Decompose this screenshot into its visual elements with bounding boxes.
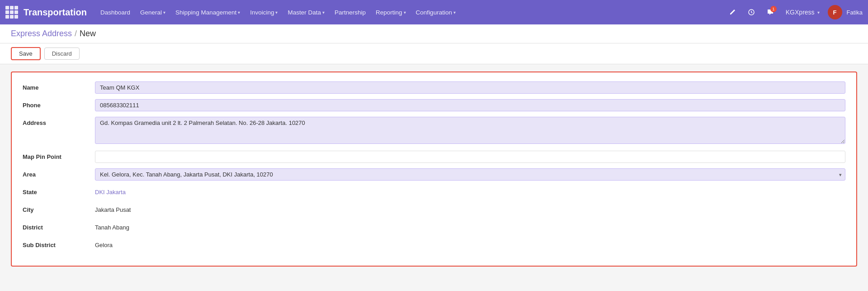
field-city-row: City Jakarta Pusat (23, 204, 845, 216)
nav-master-data[interactable]: Master Data ▾ (283, 6, 329, 19)
phone-field (95, 99, 845, 111)
breadcrumb: Express Address / New (0, 24, 868, 43)
nav-invoicing[interactable]: Invoicing ▾ (245, 6, 282, 19)
district-field: Tanah Abang (95, 221, 845, 234)
nav-reporting[interactable]: Reporting ▾ (371, 6, 410, 19)
apps-icon[interactable] (5, 6, 18, 19)
address-field: Gd. Kompas Gramedia unit 2 lt. 2 Palmera… (95, 117, 845, 145)
area-input[interactable] (95, 168, 845, 181)
field-area-row: Area ▾ (23, 168, 845, 181)
toolbar: Save Discard (0, 43, 868, 64)
subdistrict-label: Sub District (23, 239, 95, 248)
area-label: Area (23, 168, 95, 178)
nav-configuration[interactable]: Configuration ▾ (411, 6, 460, 19)
mappin-field (95, 151, 845, 163)
nav-shipping-management[interactable]: Shipping Management ▾ (171, 6, 245, 19)
avatar[interactable]: F (828, 5, 842, 19)
edit-icon[interactable] (725, 5, 740, 19)
chat-icon[interactable]: 1 (763, 5, 778, 19)
clock-icon[interactable] (744, 5, 759, 19)
state-value[interactable]: DKI Jakarta (95, 186, 845, 198)
breadcrumb-separator: / (75, 29, 77, 38)
state-label: State (23, 186, 95, 196)
username: KGXpress (786, 9, 815, 16)
field-district-row: District Tanah Abang (23, 221, 845, 234)
state-field: DKI Jakarta (95, 186, 845, 198)
navbar: Transportation Dashboard General ▾ Shipp… (0, 0, 868, 24)
form-card: Name Phone Address Gd. Kompas Gramedia u… (11, 72, 857, 267)
name-label: Name (23, 81, 95, 91)
app-brand: Transportation (24, 7, 87, 18)
chevron-down-icon: ▾ (163, 10, 165, 15)
breadcrumb-parent[interactable]: Express Address (11, 29, 72, 38)
phone-input[interactable] (95, 99, 845, 111)
subdistrict-value: Gelora (95, 239, 845, 251)
chevron-down-icon: ▾ (404, 10, 406, 15)
avatar-name: Fatika (847, 9, 863, 16)
address-input[interactable]: Gd. Kompas Gramedia unit 2 lt. 2 Palmera… (95, 117, 845, 144)
notification-badge: 1 (770, 6, 777, 12)
name-input[interactable] (95, 81, 845, 94)
save-button[interactable]: Save (11, 47, 41, 60)
field-subdistrict-row: Sub District Gelora (23, 239, 845, 251)
phone-label: Phone (23, 99, 95, 109)
mappin-label: Map Pin Point (23, 151, 95, 160)
nav-dashboard[interactable]: Dashboard (96, 6, 135, 19)
mappin-input[interactable] (95, 151, 845, 163)
address-label: Address (23, 117, 95, 126)
chevron-down-icon: ▾ (275, 10, 278, 15)
city-value: Jakarta Pusat (95, 204, 845, 216)
field-name-row: Name (23, 81, 845, 94)
area-field: ▾ (95, 168, 845, 181)
city-field: Jakarta Pusat (95, 204, 845, 216)
district-value: Tanah Abang (95, 221, 845, 234)
breadcrumb-current: New (80, 29, 96, 38)
field-address-row: Address Gd. Kompas Gramedia unit 2 lt. 2… (23, 117, 845, 145)
main-content: Name Phone Address Gd. Kompas Gramedia u… (0, 64, 868, 287)
city-label: City (23, 204, 95, 213)
field-phone-row: Phone (23, 99, 845, 111)
nav-partnership[interactable]: Partnership (330, 6, 370, 19)
subdistrict-field: Gelora (95, 239, 845, 251)
discard-button[interactable]: Discard (44, 48, 80, 60)
user-menu[interactable]: KGXpress ▾ (782, 7, 823, 18)
field-mappin-row: Map Pin Point (23, 151, 845, 163)
nav-general[interactable]: General ▾ (136, 6, 170, 19)
chevron-down-icon: ▾ (322, 10, 325, 15)
navbar-right: 1 KGXpress ▾ F Fatika (725, 5, 863, 19)
district-label: District (23, 221, 95, 231)
field-state-row: State DKI Jakarta (23, 186, 845, 198)
chevron-down-icon: ▾ (817, 10, 820, 15)
chevron-down-icon: ▾ (238, 10, 240, 15)
name-field (95, 81, 845, 94)
chevron-down-icon: ▾ (453, 10, 456, 15)
nav-menu: Dashboard General ▾ Shipping Management … (96, 6, 723, 19)
